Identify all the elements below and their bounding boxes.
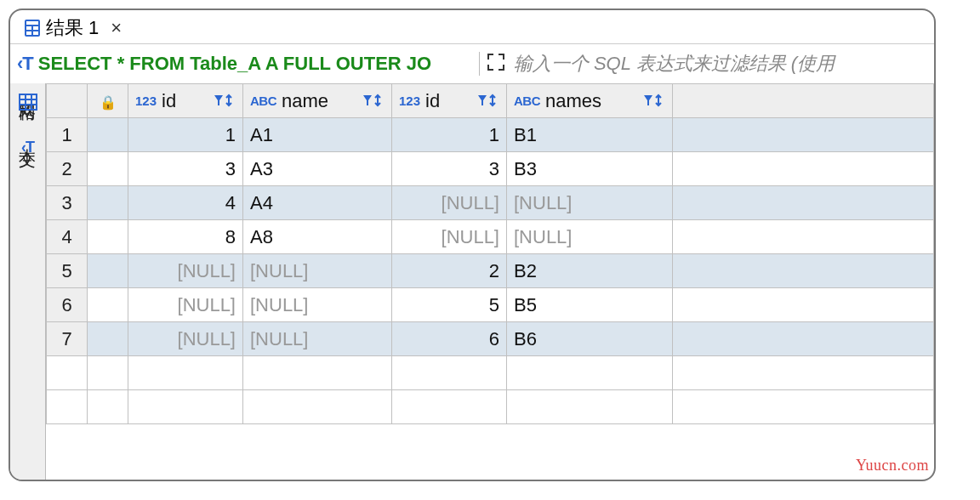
table-row[interactable]: 7[NULL][NULL]6B6 [47,322,934,356]
cell-spacer [673,186,934,220]
content-area: 网格 文本 ‹T 🔒 123 [10,83,934,480]
sql-query-text[interactable]: SELECT * FROM Table_A A FULL OUTER JO [38,53,472,75]
row-number[interactable]: 5 [47,254,88,288]
results-table: 🔒 123 id ABC [46,83,934,424]
cell-id2[interactable]: 5 [392,288,507,322]
cell-id2[interactable]: 2 [392,254,507,288]
cell-names[interactable]: B2 [507,254,673,288]
type-badge-text: ABC [250,94,276,108]
cell-name[interactable]: [NULL] [243,322,392,356]
row-number[interactable]: 7 [47,322,88,356]
svg-rect-3 [33,26,38,30]
cell-id[interactable]: [NULL] [128,288,243,322]
row-number[interactable]: 2 [47,152,88,186]
cell-id[interactable]: 4 [128,186,243,220]
cell-names[interactable]: B6 [507,322,673,356]
lock-cell[interactable] [88,254,128,288]
lock-cell[interactable] [88,186,128,220]
cell-id[interactable]: [NULL] [128,254,243,288]
close-icon[interactable]: × [111,17,122,39]
cell-spacer [673,322,934,356]
cell-names[interactable]: B1 [507,118,673,152]
lock-cell[interactable] [88,288,128,322]
cell-names[interactable]: B5 [507,288,673,322]
filter-sort-icon[interactable] [477,94,499,109]
grid-icon [19,94,37,115]
text-icon: ‹T [21,139,34,156]
sql-type-icon: ‹T [17,53,33,75]
cell-id2[interactable]: 1 [392,118,507,152]
table-row[interactable]: 23A33B3 [47,152,934,186]
sidebar-item-text[interactable]: 文本 ‹T [16,137,39,156]
cell-spacer [673,220,934,254]
svg-rect-6 [20,94,37,110]
cell-id2[interactable]: 6 [392,322,507,356]
row-number[interactable]: 3 [47,186,88,220]
cell-id[interactable]: 3 [128,152,243,186]
cell-id2[interactable]: [NULL] [392,186,507,220]
cell-spacer [673,288,934,322]
cell-id[interactable]: [NULL] [128,322,243,356]
cell-id[interactable]: 1 [128,118,243,152]
expand-icon[interactable] [487,53,505,76]
table-row[interactable]: 11A11B1 [47,118,934,152]
filter-sort-icon[interactable] [643,94,665,109]
row-number[interactable]: 6 [47,288,88,322]
cell-spacer [673,254,934,288]
results-window: 结果 1 × ‹T SELECT * FROM Table_A A FULL O… [9,9,936,481]
table-icon [24,19,41,37]
cell-name[interactable]: A8 [243,220,392,254]
cell-name[interactable]: [NULL] [243,254,392,288]
svg-rect-4 [26,31,31,35]
svg-rect-2 [26,26,31,30]
empty-row [47,390,934,424]
cell-id2[interactable]: [NULL] [392,220,507,254]
cell-name[interactable]: A1 [243,118,392,152]
tab-bar: 结果 1 × [10,10,934,44]
column-label: name [282,90,357,112]
row-number[interactable]: 1 [47,118,88,152]
type-badge-number: 123 [399,94,420,108]
filter-input[interactable]: 输入一个 SQL 表达式来过滤结果 (使用 [510,49,927,78]
column-spacer [673,84,934,118]
sidebar-item-grid[interactable]: 网格 [16,92,39,115]
row-number[interactable]: 4 [47,220,88,254]
column-header-name[interactable]: ABC name [243,84,392,118]
cell-name[interactable]: [NULL] [243,288,392,322]
cell-spacer [673,118,934,152]
filter-sort-icon[interactable] [214,94,236,109]
lock-icon: 🔒 [100,95,117,110]
type-badge-number: 123 [135,94,157,108]
table-body: 11A11B123A33B334A4[NULL][NULL]48A8[NULL]… [47,118,934,424]
column-label: id [162,90,208,112]
rownum-header[interactable] [47,84,88,118]
column-label: names [545,90,638,112]
empty-row [47,356,934,390]
cell-id[interactable]: 8 [128,220,243,254]
tab-results-1[interactable]: 结果 1 × [19,12,127,44]
column-header-id-2[interactable]: 123 id [392,84,507,118]
cell-names[interactable]: [NULL] [507,220,673,254]
tab-label: 结果 1 [46,15,99,41]
cell-name[interactable]: A4 [243,186,392,220]
column-header-names[interactable]: ABC names [507,84,673,118]
table-row[interactable]: 34A4[NULL][NULL] [47,186,934,220]
lock-header[interactable]: 🔒 [88,84,128,118]
svg-rect-1 [26,21,38,25]
cell-names[interactable]: B3 [507,152,673,186]
column-header-id-1[interactable]: 123 id [128,84,243,118]
cell-name[interactable]: A3 [243,152,392,186]
toolbar-divider [479,52,480,76]
lock-cell[interactable] [88,322,128,356]
table-row[interactable]: 5[NULL][NULL]2B2 [47,254,934,288]
filter-sort-icon[interactable] [362,94,385,109]
cell-spacer [673,152,934,186]
lock-cell[interactable] [88,118,128,152]
lock-cell[interactable] [88,152,128,186]
svg-rect-5 [33,31,38,35]
lock-cell[interactable] [88,220,128,254]
table-row[interactable]: 48A8[NULL][NULL] [47,220,934,254]
cell-id2[interactable]: 3 [392,152,507,186]
cell-names[interactable]: [NULL] [507,186,673,220]
table-row[interactable]: 6[NULL][NULL]5B5 [47,288,934,322]
